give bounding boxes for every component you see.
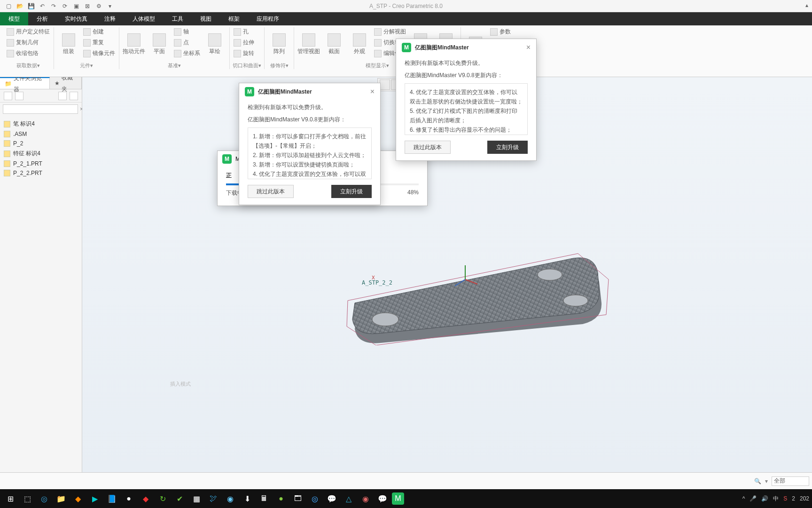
cmd-manageview[interactable]: 管理视图 — [297, 27, 320, 61]
cmd-extrude[interactable]: 拉伸 — [233, 38, 261, 47]
app-icon-10[interactable]: ◉ — [223, 491, 238, 506]
app-icon-15[interactable]: ◎ — [307, 491, 322, 506]
tab-manikin[interactable]: 人体模型 — [124, 12, 164, 25]
selection-filter-combo[interactable]: 全部 — [772, 476, 809, 486]
mirror-icon — [83, 50, 91, 57]
feature-icon — [4, 151, 10, 157]
app-icon-14[interactable]: 🗔 — [290, 491, 305, 506]
regen-icon[interactable]: ⟳ — [61, 2, 69, 10]
tray-sogou-icon[interactable]: S — [783, 495, 787, 502]
wechat-icon[interactable]: 💬 — [324, 491, 339, 506]
cmd-mirror[interactable]: 镜像元件 — [82, 49, 116, 58]
settings-icon[interactable]: ⚙ — [95, 2, 102, 10]
vt-refit-icon[interactable] — [380, 79, 390, 90]
tree-item[interactable]: 笔 标识4 — [2, 119, 80, 129]
app-icon-16[interactable]: △ — [341, 491, 356, 506]
cmd-drag[interactable]: 拖动元件 — [122, 27, 146, 61]
app-icon-11[interactable]: ⬇ — [240, 491, 255, 506]
cmd-sketch[interactable]: 草绘 — [203, 27, 226, 61]
start-button[interactable]: ⊞ — [3, 491, 18, 506]
sidebar-tab-fav[interactable]: ★收藏夹 — [50, 77, 82, 89]
dialog1-title: 亿图脑图MindMaster — [258, 88, 312, 96]
cmd-create[interactable]: 创建 — [82, 27, 116, 36]
dialog1-upgrade-button[interactable]: 立刻升级 — [331, 185, 372, 198]
redo-icon[interactable]: ↷ — [50, 2, 57, 10]
cmd-repeat[interactable]: 重复 — [82, 38, 116, 47]
cmd-assemble[interactable]: 组装 — [57, 27, 80, 61]
dialog1-close-icon[interactable]: × — [370, 87, 375, 96]
mindmaster-taskbar-icon[interactable]: M — [392, 492, 404, 505]
tree-expand-icon[interactable] — [58, 92, 67, 100]
task-search-icon[interactable]: ⬚ — [20, 491, 35, 506]
dialog1-skip-button[interactable]: 跳过此版本 — [248, 185, 294, 198]
tree-item[interactable]: 特征 标识4 — [2, 148, 80, 159]
ribbon-collapse-icon[interactable]: ▴ — [805, 2, 808, 8]
tray-chevron-up-icon[interactable]: ^ — [742, 495, 745, 502]
tray-ime[interactable]: 中 — [773, 495, 779, 503]
app-icon-3[interactable]: 📘 — [104, 491, 119, 506]
cmd-section[interactable]: 截面 — [322, 27, 346, 61]
app-icon-9[interactable]: 🕊 — [206, 491, 221, 506]
tab-framework[interactable]: 框架 — [220, 12, 248, 25]
wechat-icon-2[interactable]: 💬 — [375, 491, 390, 506]
edge-icon[interactable]: ◎ — [37, 491, 52, 506]
tray-volume-icon[interactable]: 🔊 — [761, 495, 768, 502]
dialog2-skip-button[interactable]: 跳过此版本 — [405, 141, 451, 154]
cmd-udf[interactable]: 用户定义特征 — [6, 27, 51, 36]
cmd-hole[interactable]: 孔 — [233, 27, 261, 36]
cmd-explode[interactable]: 分解视图 — [373, 27, 407, 36]
cmd-point[interactable]: 点 — [173, 38, 201, 47]
cmd-revolve[interactable]: 旋转 — [233, 49, 261, 58]
tree-search-input[interactable] — [3, 104, 78, 114]
cmd-appearance[interactable]: 外观 — [348, 27, 371, 61]
tray-mic-icon[interactable]: 🎤 — [750, 495, 757, 502]
dialog2-close-icon[interactable]: × — [526, 43, 531, 52]
cmd-pattern[interactable]: 阵列 — [267, 27, 291, 61]
undo-icon[interactable]: ↶ — [39, 2, 46, 10]
tab-apps[interactable]: 应用程序 — [248, 12, 288, 25]
app-icon-4[interactable]: ● — [121, 491, 136, 506]
save-icon[interactable]: 💾 — [27, 2, 35, 10]
cmd-csys[interactable]: 坐标系 — [173, 49, 201, 58]
cmd-shrinkwrap[interactable]: 收缩包络 — [6, 49, 51, 58]
dialog2-upgrade-button[interactable]: 立刻升级 — [487, 141, 528, 154]
sidebar-tab-folder[interactable]: 📁文件夹浏览器 — [0, 77, 50, 89]
app-icon-12[interactable]: 🖩 — [257, 491, 272, 506]
app-icon-7[interactable]: ✔ — [172, 491, 187, 506]
close-icon[interactable]: ⊠ — [84, 2, 91, 10]
tree-item[interactable]: .ASM — [2, 129, 80, 139]
cmd-copygeom[interactable]: 复制几何 — [6, 38, 51, 47]
app-icon-6[interactable]: ↻ — [155, 491, 170, 506]
app-icon-13[interactable]: ● — [273, 491, 289, 506]
tray-time[interactable]: 2 — [792, 495, 795, 502]
app-icon-5[interactable]: ◆ — [138, 491, 153, 506]
cmd-plane[interactable]: 平面 — [148, 27, 171, 61]
new-icon[interactable]: ▢ — [5, 2, 12, 10]
qa-dropdown-icon[interactable]: ▾ — [106, 2, 114, 10]
sb-find-icon[interactable]: 🔍 — [754, 478, 761, 484]
app-icon-17[interactable]: ◉ — [358, 491, 373, 506]
explorer-icon[interactable]: 📁 — [54, 491, 69, 506]
tree-filter-icon[interactable] — [4, 92, 12, 100]
app-icon-2[interactable]: ▶ — [87, 491, 102, 506]
app-icon-1[interactable]: ◆ — [70, 491, 86, 506]
tab-analysis[interactable]: 分析 — [28, 12, 56, 25]
cmd-params[interactable]: 参数 — [489, 27, 517, 36]
tree-item[interactable]: P_2_1.PRT — [2, 159, 80, 168]
tab-annotate[interactable]: 注释 — [96, 12, 124, 25]
tree-settings-icon[interactable] — [15, 92, 23, 100]
tab-tools[interactable]: 工具 — [164, 12, 192, 25]
status-bar: 🔍 ▾ 全部 — [0, 472, 812, 489]
cmd-axis[interactable]: 轴 — [173, 27, 201, 36]
tree-collapse-icon[interactable] — [70, 92, 78, 100]
tab-view[interactable]: 视图 — [192, 12, 220, 25]
tab-simulate[interactable]: 实时仿真 — [56, 12, 96, 25]
open-icon[interactable]: 📂 — [16, 2, 23, 10]
tab-model[interactable]: 模型 — [0, 12, 28, 25]
app-icon-8[interactable]: ▦ — [189, 491, 204, 506]
sb-filter-dropdown-icon[interactable]: ▾ — [765, 478, 768, 484]
tree-item[interactable]: P_2_2.PRT — [2, 168, 80, 178]
window-icon[interactable]: ▣ — [72, 2, 80, 10]
tree-item[interactable]: P_2 — [2, 139, 80, 148]
drag-icon — [127, 33, 141, 47]
